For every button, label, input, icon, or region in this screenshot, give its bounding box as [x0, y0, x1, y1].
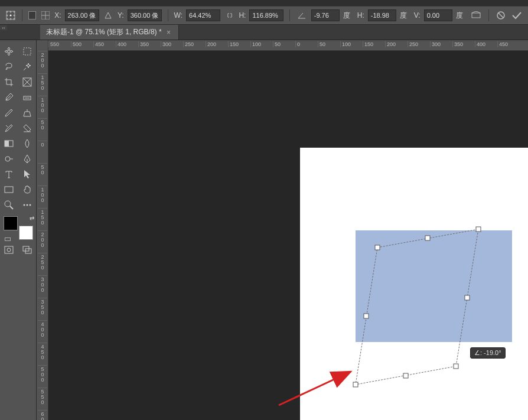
- pen-tool[interactable]: [18, 151, 37, 167]
- document-tab-title: 未标题-1 @ 75.1% (矩形 1, RGB/8) *: [46, 27, 162, 37]
- clone-stamp-tool[interactable]: [18, 105, 37, 121]
- gradient-tool[interactable]: [0, 136, 18, 151]
- spot-healing-tool[interactable]: [18, 90, 37, 105]
- blur-tool[interactable]: [18, 136, 37, 151]
- vskew-input[interactable]: [424, 9, 452, 21]
- svg-rect-21: [5, 141, 9, 146]
- h-input[interactable]: [249, 9, 283, 21]
- angle-icon: [296, 9, 307, 22]
- svg-point-25: [5, 201, 11, 207]
- vskew-label: V:: [414, 11, 421, 19]
- interpolation-icon[interactable]: [470, 8, 483, 22]
- w-input[interactable]: [186, 9, 220, 21]
- svg-point-5: [9, 15, 11, 17]
- angle-input[interactable]: [311, 9, 340, 21]
- svg-point-27: [23, 204, 25, 206]
- grid-icon[interactable]: [40, 9, 51, 22]
- y-input[interactable]: [128, 9, 162, 21]
- svg-point-22: [5, 157, 10, 161]
- quick-mask-tool[interactable]: [0, 242, 18, 258]
- rectangular-marquee-tool[interactable]: [18, 44, 37, 59]
- document-tabs: 未标题-1 @ 75.1% (矩形 1, RGB/8) * ×: [0, 25, 528, 40]
- hand-tool[interactable]: [18, 182, 37, 197]
- svg-line-26: [10, 206, 13, 209]
- hskew-input[interactable]: [368, 9, 396, 21]
- eraser-tool[interactable]: [18, 121, 37, 136]
- zoom-tool[interactable]: [0, 197, 18, 213]
- foreground-color-swatch[interactable]: [4, 216, 18, 230]
- svg-rect-30: [5, 246, 13, 253]
- tools-panel: ⇄: [0, 40, 37, 420]
- svg-point-9: [13, 18, 15, 20]
- close-tab-button[interactable]: ×: [165, 28, 172, 37]
- svg-point-1: [6, 11, 8, 13]
- cancel-transform-button[interactable]: [495, 8, 507, 22]
- angle-unit: 度: [343, 11, 350, 21]
- hskew-unit: 度: [400, 11, 407, 21]
- svg-rect-24: [5, 187, 13, 193]
- hskew-label: H:: [357, 11, 364, 19]
- document-tab[interactable]: 未标题-1 @ 75.1% (矩形 1, RGB/8) * ×: [40, 25, 179, 40]
- color-swatches[interactable]: ⇄: [4, 216, 33, 240]
- more-tools[interactable]: [18, 197, 37, 213]
- lasso-tool[interactable]: [0, 59, 18, 74]
- link-icon[interactable]: [224, 9, 235, 22]
- svg-point-4: [6, 15, 8, 17]
- canvas-area: 2001501005005010015020025030035040045050…: [37, 40, 528, 420]
- w-label: W:: [174, 11, 182, 19]
- move-tool[interactable]: [0, 44, 18, 59]
- screen-mode-tool[interactable]: [18, 242, 37, 258]
- reference-point-icon[interactable]: [5, 9, 16, 22]
- brush-tool[interactable]: [0, 105, 18, 121]
- h-label: H:: [239, 11, 246, 19]
- magic-wand-tool[interactable]: [18, 59, 37, 74]
- svg-point-6: [13, 15, 15, 17]
- vskew-unit: 度: [456, 11, 463, 21]
- relative-position-checkbox[interactable]: [28, 11, 36, 19]
- dodge-tool[interactable]: [0, 151, 18, 167]
- background-color-swatch[interactable]: [19, 226, 33, 240]
- svg-point-28: [26, 204, 28, 206]
- svg-point-7: [6, 18, 8, 20]
- menu-bar: [0, 0, 528, 6]
- svg-point-3: [13, 11, 15, 13]
- vertical-ruler[interactable]: 2001501005005010015020025030035040045050…: [37, 40, 48, 420]
- svg-point-29: [29, 204, 31, 206]
- text-tool[interactable]: [0, 167, 18, 182]
- transform-angle-tooltip: ∠: -19.0°: [470, 347, 506, 359]
- crop-tool[interactable]: [0, 74, 18, 90]
- horizontal-ruler[interactable]: 5505004504003503002502001501005005010015…: [48, 40, 528, 51]
- svg-point-2: [9, 11, 11, 13]
- svg-point-31: [7, 248, 11, 252]
- path-selection-tool[interactable]: [18, 167, 37, 182]
- svg-line-15: [498, 13, 503, 18]
- swap-colors-icon[interactable]: ⇄: [30, 215, 34, 222]
- history-brush-tool[interactable]: [0, 121, 18, 136]
- svg-rect-16: [24, 48, 31, 55]
- eyedropper-tool[interactable]: [0, 90, 18, 105]
- delta-icon[interactable]: [103, 9, 114, 22]
- default-colors-icon[interactable]: [5, 237, 11, 241]
- y-label: Y:: [118, 11, 124, 19]
- options-bar: X: Y: W: H: 度 H: 度 V: 度: [0, 6, 528, 25]
- commit-transform-button[interactable]: [511, 8, 523, 22]
- viewport[interactable]: ∠: -19.0°: [48, 51, 528, 420]
- svg-point-8: [9, 18, 11, 20]
- rectangle-shape[interactable]: [356, 230, 512, 342]
- x-input[interactable]: [65, 9, 99, 21]
- x-label: X:: [54, 11, 61, 19]
- collapse-tab[interactable]: ‹‹: [0, 25, 7, 30]
- slice-tool[interactable]: [18, 74, 37, 90]
- rectangle-shape-tool[interactable]: [0, 182, 18, 197]
- svg-rect-13: [472, 13, 480, 18]
